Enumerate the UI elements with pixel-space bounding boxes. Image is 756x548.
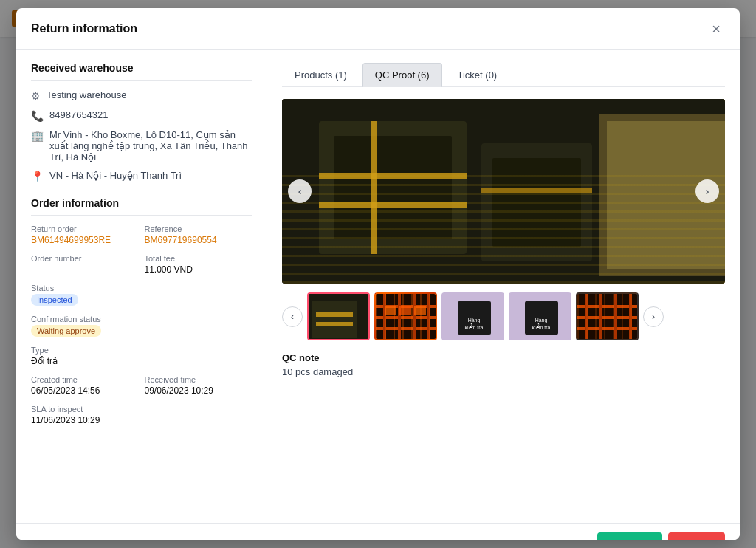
location-row: 📍 VN - Hà Nội - Huyện Thanh Trì bbox=[31, 170, 252, 182]
modal-overlay: Return information × Received warehouse … bbox=[0, 0, 756, 548]
warehouse-icon: ⚙ bbox=[31, 90, 41, 102]
svg-rect-24 bbox=[427, 294, 430, 339]
sla-field: SLA to inspect 11/06/2023 10:29 bbox=[31, 405, 252, 425]
order-info-title: Order information bbox=[31, 197, 252, 216]
right-panel: Products (1) QC Proof (6) Ticket (0) bbox=[267, 50, 740, 523]
svg-rect-26 bbox=[399, 306, 411, 315]
reject-button[interactable]: Reject bbox=[668, 532, 725, 540]
svg-rect-4 bbox=[319, 202, 467, 208]
main-image-next-button[interactable]: › bbox=[695, 179, 719, 203]
svg-text:kiểm tra: kiểm tra bbox=[465, 323, 484, 330]
status-label: Status bbox=[31, 284, 252, 292]
close-button[interactable]: × bbox=[707, 20, 725, 38]
location-icon: 📍 bbox=[31, 171, 44, 182]
status-badge: Inspected bbox=[31, 294, 78, 306]
total-fee-value: 11.000 VND bbox=[145, 264, 252, 275]
sla-value: 11/06/2023 10:29 bbox=[31, 415, 252, 425]
svg-rect-21 bbox=[383, 294, 386, 339]
warehouse-name: Testing warehouse bbox=[47, 89, 126, 100]
return-information-modal: Return information × Received warehouse … bbox=[16, 8, 740, 540]
address-icon: 🏢 bbox=[31, 130, 44, 142]
svg-rect-17 bbox=[376, 294, 436, 339]
svg-rect-41 bbox=[599, 294, 602, 339]
svg-rect-2 bbox=[334, 136, 452, 239]
order-number-field: Order number bbox=[31, 254, 139, 275]
modal-header: Return information × bbox=[16, 8, 740, 50]
reference-label: Reference bbox=[145, 225, 252, 233]
created-time-value: 06/05/2023 14:56 bbox=[31, 386, 139, 396]
thumbnails-container: ‹ bbox=[282, 292, 725, 340]
tabs-container: Products (1) QC Proof (6) Ticket (0) bbox=[282, 62, 725, 87]
tab-products[interactable]: Products (1) bbox=[282, 63, 360, 87]
reference-field: Reference BM697719690554 bbox=[145, 225, 252, 245]
svg-rect-40 bbox=[585, 294, 588, 339]
thumb-next-button[interactable]: › bbox=[643, 306, 664, 327]
type-value: Đổi trả bbox=[31, 356, 252, 366]
reference-value: BM697719690554 bbox=[145, 235, 252, 245]
modal-body: Received warehouse ⚙ Testing warehouse 📞… bbox=[16, 50, 740, 523]
order-number-value bbox=[31, 264, 139, 275]
order-info-section: Order information Return order BM6149469… bbox=[31, 197, 252, 425]
svg-rect-25 bbox=[385, 306, 396, 315]
svg-rect-14 bbox=[312, 301, 357, 338]
modal-footer: Approve Reject bbox=[16, 523, 740, 540]
thumb-prev-button[interactable]: ‹ bbox=[282, 306, 303, 327]
thumbnail-5[interactable] bbox=[576, 292, 639, 340]
type-field: Type Đổi trả bbox=[31, 346, 252, 366]
thumbnail-2[interactable] bbox=[374, 292, 437, 340]
received-time-label: Received time bbox=[145, 375, 252, 384]
qc-note-value: 10 pcs damaged bbox=[282, 366, 725, 377]
qc-note-section: QC note 10 pcs damaged bbox=[282, 352, 725, 377]
svg-rect-15 bbox=[316, 312, 353, 317]
svg-rect-19 bbox=[376, 316, 436, 319]
svg-rect-42 bbox=[614, 294, 617, 339]
approve-button[interactable]: Approve bbox=[597, 532, 662, 540]
svg-text:Hàng: Hàng bbox=[468, 318, 481, 323]
thumbnail-1[interactable] bbox=[307, 292, 370, 340]
svg-rect-37 bbox=[577, 305, 637, 308]
phone-row: 📞 84987654321 bbox=[31, 109, 252, 122]
total-fee-label: Total fee bbox=[145, 254, 252, 263]
thumbnail-3[interactable]: Hàng kiểm tra bbox=[441, 292, 504, 340]
tab-ticket[interactable]: Ticket (0) bbox=[445, 63, 510, 87]
svg-rect-16 bbox=[316, 322, 353, 326]
svg-rect-5 bbox=[371, 121, 377, 254]
order-grid: Return order BM61494699953RE Reference B… bbox=[31, 225, 252, 425]
svg-rect-39 bbox=[577, 327, 637, 330]
order-number-label: Order number bbox=[31, 254, 139, 263]
svg-text:Hàng: Hàng bbox=[535, 318, 548, 323]
svg-rect-20 bbox=[376, 327, 436, 330]
modal-title: Return information bbox=[31, 22, 137, 35]
svg-rect-3 bbox=[319, 173, 467, 179]
qc-note-label: QC note bbox=[282, 352, 725, 363]
left-panel: Received warehouse ⚙ Testing warehouse 📞… bbox=[16, 50, 267, 523]
main-image-container: ‹ › bbox=[282, 99, 725, 284]
received-warehouse-title: Received warehouse bbox=[31, 62, 252, 81]
confirmation-status-label: Confirmation status bbox=[31, 315, 252, 323]
created-time-field: Created time 06/05/2023 14:56 bbox=[31, 375, 139, 396]
warehouse-name-row: ⚙ Testing warehouse bbox=[31, 89, 252, 102]
main-image-prev-button[interactable]: ‹ bbox=[288, 179, 312, 203]
type-label: Type bbox=[31, 346, 252, 355]
created-time-label: Created time bbox=[31, 375, 139, 384]
phone-number: 84987654321 bbox=[49, 109, 109, 120]
svg-rect-27 bbox=[414, 306, 426, 315]
svg-rect-22 bbox=[398, 294, 401, 339]
svg-rect-38 bbox=[577, 316, 637, 319]
svg-rect-43 bbox=[629, 294, 632, 339]
status-field: Status Inspected bbox=[31, 284, 252, 306]
svg-rect-23 bbox=[413, 294, 416, 339]
address-row: 🏢 Mr Vinh - Kho Boxme, Lô D10-11, Cụm sả… bbox=[31, 129, 252, 162]
received-time-value: 09/06/2023 10:29 bbox=[145, 386, 252, 396]
tab-qc-proof[interactable]: QC Proof (6) bbox=[362, 63, 442, 87]
thumbnail-4[interactable]: Hàng kiểm tra bbox=[509, 292, 571, 340]
location-text: VN - Hà Nội - Huyện Thanh Trì bbox=[49, 170, 182, 181]
confirmation-status-field: Confirmation status Waiting approve bbox=[31, 315, 252, 337]
address-text: Mr Vinh - Kho Boxme, Lô D10-11, Cụm sản … bbox=[49, 129, 252, 162]
svg-rect-8 bbox=[481, 188, 592, 193]
confirmation-status-badge: Waiting approve bbox=[31, 325, 101, 337]
svg-rect-7 bbox=[492, 158, 581, 247]
return-order-value: BM61494699953RE bbox=[31, 235, 139, 245]
svg-text:kiểm tra: kiểm tra bbox=[532, 323, 551, 330]
return-order-label: Return order bbox=[31, 225, 139, 233]
